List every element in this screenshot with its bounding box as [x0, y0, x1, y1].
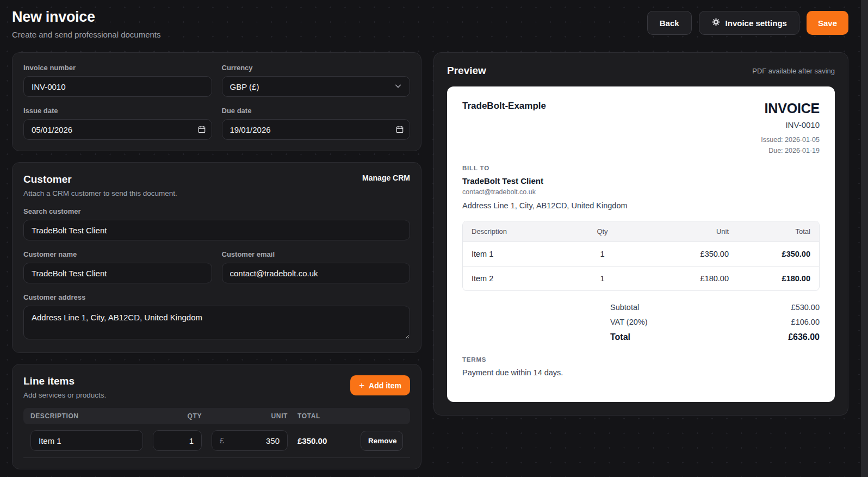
- row-unit: £350.00: [634, 250, 729, 258]
- remove-item-button[interactable]: Remove: [361, 431, 403, 451]
- invoice-preview-document: TradeBolt-Example INVOICE INV-0010 Issue…: [447, 86, 835, 402]
- vat-label: VAT (20%): [610, 318, 648, 326]
- column-unit: UNIT: [212, 412, 288, 420]
- bill-to-section: BILL TO TradeBolt Test Client contact@tr…: [462, 165, 820, 210]
- customer-title: Customer: [23, 174, 177, 185]
- invoice-totals: Subtotal £530.00 VAT (20%) £106.00 Total…: [610, 303, 820, 342]
- invoice-table-header: Description Qty Unit Total: [463, 221, 819, 241]
- page-subtitle: Create and send professional documents: [12, 30, 161, 39]
- row-qty: 1: [571, 250, 634, 258]
- invoice-number-input[interactable]: [23, 76, 212, 97]
- line-items-card: Line items Add services or products. + A…: [12, 364, 421, 469]
- currency-select[interactable]: GBP (£): [222, 76, 411, 97]
- customer-name-field: Customer name: [23, 250, 212, 283]
- calendar-icon[interactable]: [198, 126, 206, 133]
- column-qty: QTY: [153, 412, 202, 420]
- invoice-meta: INVOICE INV-0010 Issued: 2026-01-05 Due:…: [761, 101, 820, 156]
- customer-address-label: Customer address: [23, 293, 410, 301]
- search-customer-field: Search customer: [23, 207, 410, 240]
- issue-date-input[interactable]: [23, 119, 212, 140]
- row-description: Item 2: [472, 274, 571, 283]
- subtotal-label: Subtotal: [610, 303, 639, 312]
- chevron-down-icon: [394, 82, 402, 91]
- vat-value: £106.00: [791, 318, 820, 326]
- issue-date-label: Issue date: [23, 107, 212, 115]
- terms-label: TERMS: [462, 356, 820, 363]
- customer-address-textarea[interactable]: Address Line 1, City, AB12CD, United Kin…: [23, 306, 410, 339]
- customer-email-field: Customer email: [222, 250, 411, 283]
- invoice-items-table: Description Qty Unit Total Item 1 1 £350…: [462, 221, 820, 291]
- invoice-column-unit: Unit: [634, 227, 729, 236]
- plus-icon: +: [359, 381, 364, 390]
- due-date-label: Due date: [222, 107, 411, 115]
- due-date-input[interactable]: [222, 119, 411, 140]
- line-items-heading: Line items Add services or products.: [23, 375, 106, 399]
- row-qty: 1: [571, 274, 634, 283]
- preview-panel: Preview PDF available after saving Trade…: [433, 52, 848, 416]
- add-item-label: Add item: [369, 381, 401, 390]
- item-unit-field[interactable]: £: [212, 430, 288, 451]
- invoice-business-name: TradeBolt-Example: [462, 101, 546, 111]
- form-column: Invoice number Currency GBP (£): [12, 52, 421, 477]
- invoice-number-label: Invoice number: [23, 64, 212, 72]
- invoice-issued-date: Issued: 2026-01-05: [761, 134, 820, 145]
- customer-email-input[interactable]: [222, 263, 411, 283]
- invoice-column-qty: Qty: [571, 227, 634, 236]
- customer-name-label: Customer name: [23, 250, 212, 258]
- customer-card-heading: Customer Attach a CRM customer to send t…: [23, 174, 177, 197]
- bill-to-label: BILL TO: [462, 165, 820, 171]
- page-scrollbar[interactable]: [861, 0, 868, 477]
- customer-address-field: Customer address Address Line 1, City, A…: [23, 293, 410, 342]
- line-item-row: £ £350.00 Remove: [23, 424, 410, 458]
- item-description-input[interactable]: [30, 430, 143, 451]
- save-button-label: Save: [818, 18, 837, 28]
- column-total: TOTAL: [297, 412, 351, 420]
- save-button[interactable]: Save: [807, 11, 848, 35]
- top-bar: New invoice Create and send professional…: [12, 9, 848, 39]
- row-total: £180.00: [729, 274, 810, 283]
- terms-section: TERMS Payment due within 14 days.: [462, 356, 820, 377]
- row-total: £350.00: [729, 250, 810, 258]
- search-customer-input[interactable]: [23, 220, 410, 240]
- line-items-subtitle: Add services or products.: [23, 391, 106, 399]
- invoice-client-email: contact@tradebolt.co.uk: [462, 188, 820, 196]
- search-customer-label: Search customer: [23, 207, 410, 215]
- customer-name-input[interactable]: [23, 263, 212, 283]
- invoice-number-display: INV-0010: [761, 120, 820, 129]
- customer-card: Customer Attach a CRM customer to send t…: [12, 162, 421, 353]
- line-items-title: Line items: [23, 375, 106, 387]
- invoice-due-date: Due: 2026-01-19: [761, 145, 820, 156]
- row-description: Item 1: [472, 250, 571, 258]
- invoice-column-description: Description: [472, 227, 571, 236]
- invoice-table-row: Item 1 1 £350.00 £350.00: [463, 241, 819, 266]
- issue-date-field: Issue date: [23, 107, 212, 140]
- item-qty-input[interactable]: [153, 430, 202, 451]
- invoice-number-field: Invoice number: [23, 64, 212, 97]
- page-title: New invoice: [12, 9, 161, 26]
- column-description: DESCRIPTION: [30, 412, 143, 420]
- invoice-table-row: Item 2 1 £180.00 £180.00: [463, 266, 819, 290]
- invoice-doc-type: INVOICE: [761, 101, 820, 116]
- calendar-icon[interactable]: [396, 126, 404, 133]
- top-actions: Back Invoice settings: [647, 11, 848, 35]
- due-date-field: Due date: [222, 107, 411, 140]
- add-item-button[interactable]: + Add item: [350, 375, 410, 395]
- back-button[interactable]: Back: [647, 11, 692, 35]
- item-unit-input[interactable]: [224, 436, 280, 445]
- invoice-details-card: Invoice number Currency GBP (£): [12, 52, 421, 151]
- currency-label: Currency: [222, 64, 411, 72]
- invoice-client-name: TradeBolt Test Client: [462, 176, 820, 185]
- line-items-table-header: DESCRIPTION QTY UNIT TOTAL: [23, 408, 410, 424]
- row-unit: £180.00: [634, 274, 729, 283]
- preview-title: Preview: [447, 65, 486, 77]
- subtotal-value: £530.00: [791, 303, 820, 312]
- invoice-settings-label: Invoice settings: [726, 18, 787, 28]
- customer-subtitle: Attach a CRM customer to send this docum…: [23, 189, 177, 197]
- currency-field: Currency GBP (£): [222, 64, 411, 97]
- invoice-column-total: Total: [729, 227, 810, 236]
- back-button-label: Back: [660, 18, 679, 28]
- total-label: Total: [610, 332, 630, 342]
- invoice-settings-button[interactable]: Invoice settings: [699, 11, 799, 35]
- gear-icon: [711, 17, 721, 28]
- manage-crm-link[interactable]: Manage CRM: [362, 174, 410, 182]
